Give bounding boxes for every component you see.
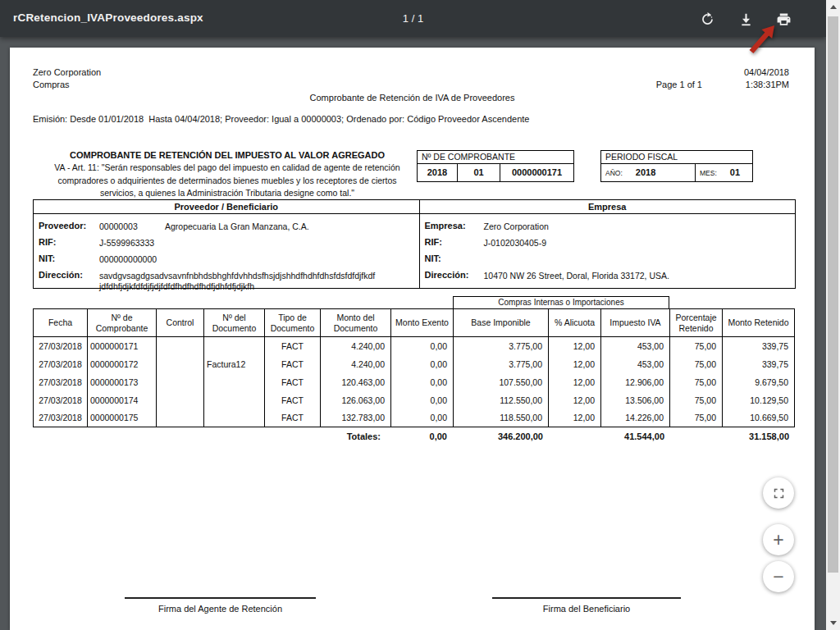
comprobante-box-title: Nº DE COMPROBANTE xyxy=(418,151,573,164)
rotate-icon xyxy=(700,11,715,27)
table-cell xyxy=(204,409,265,427)
proveedor-nit-label: NIT: xyxy=(39,253,55,263)
col-header-alicuota: % Alicuota xyxy=(549,309,601,337)
pdf-viewer: { "colors": { "toolbar_bg": "#323639", "… xyxy=(0,0,840,630)
voucher-legal-text: VA - Art. 11: "Serán responsables del pa… xyxy=(47,162,408,200)
report-time: 1:38:31PM xyxy=(746,80,789,89)
table-cell: 75,00 xyxy=(670,373,723,391)
table-cell: 0,00 xyxy=(391,391,454,409)
scrollbar[interactable] xyxy=(826,0,840,630)
empresa-label: Empresa: xyxy=(425,221,466,231)
table-cell: 12,00 xyxy=(549,409,601,427)
empresa-column-title: Empresa xyxy=(420,200,796,214)
table-cell: 10.669,50 xyxy=(723,409,795,427)
zoom-out-button[interactable]: − xyxy=(763,561,794,592)
table-cell: FACT xyxy=(265,355,321,373)
proveedor-rif-value: J-5599963333 xyxy=(99,238,154,248)
comprobante-month: 01 xyxy=(457,164,500,181)
table-cell: 3.775,00 xyxy=(454,337,549,355)
table-cell xyxy=(204,373,265,391)
col-header-fecha: Fecha xyxy=(34,309,88,337)
table-body: 27/03/20180000000171FACT4.240,000,003.77… xyxy=(34,337,795,427)
voucher-legal-line2: compradores o adquirientes de determinad… xyxy=(47,175,408,188)
col-header-porcentaje-retenido: Porcentaje Retenido xyxy=(670,309,723,337)
table-cell: 339,75 xyxy=(723,337,795,355)
comprobante-number: 0000000171 xyxy=(500,164,573,181)
proveedor-direccion-value: savdgvsagdgsadvsavnfnbhdsbhghfdvhhdsfhsj… xyxy=(99,271,404,291)
report-page-of: Page 1 of 1 xyxy=(656,80,702,89)
cursor-arrow xyxy=(741,15,780,56)
table-cell xyxy=(157,391,204,409)
col-header-impuesto-iva: Impuesto IVA xyxy=(601,309,670,337)
table-cell: 12.906,00 xyxy=(601,373,670,391)
pdf-page: Zero Corporation Compras 04/04/2018 Page… xyxy=(10,48,815,630)
periodo-box-title: PERIODO FISCAL xyxy=(601,151,752,164)
scrollbar-thumb[interactable] xyxy=(828,16,838,573)
col-header-monto-retenido: Monto Retenido xyxy=(723,309,795,337)
table-cell: 75,00 xyxy=(670,391,723,409)
report-title: Comprobante de Retención de IVA de Prove… xyxy=(10,93,815,103)
proveedor-name: Agropecuaria La Gran Manzana, C.A. xyxy=(165,221,309,231)
signature-label-beneficiary: Firma del Beneficiario xyxy=(492,604,681,614)
proveedor-nit-value: 000000000000 xyxy=(99,254,157,264)
table-cell: 12,00 xyxy=(549,373,601,391)
table-cell: FACT xyxy=(265,391,321,409)
table-cell: 0000000171 xyxy=(88,337,157,355)
table-cell: 339,75 xyxy=(723,355,795,373)
table-cell: 0,00 xyxy=(391,373,454,391)
totals-row: Totales: 0,00 346.200,00 41.544,00 31.15… xyxy=(33,431,794,445)
col-header-tipo-documento: Tipo de Documento xyxy=(265,309,321,337)
empresa-rif-label: RIF: xyxy=(425,237,442,247)
rotate-button[interactable] xyxy=(698,10,716,28)
totals-base-imponible: 346.200,00 xyxy=(498,431,543,441)
table-cell: 27/03/2018 xyxy=(34,373,88,391)
periodo-fiscal-box: PERIODO FISCAL AÑO: 2018 MES: 01 xyxy=(600,150,753,182)
signature-line-agent xyxy=(125,597,316,599)
table-cell: 0,00 xyxy=(391,337,454,355)
empresa-column: Empresa Empresa: Zero Corporation RIF: J… xyxy=(419,200,796,288)
table-cell xyxy=(157,337,204,355)
emission-filters-line: Emisión: Desde 01/01/2018 Hasta 04/04/20… xyxy=(33,114,529,124)
table-cell: 132.783,00 xyxy=(321,409,391,427)
table-cell xyxy=(157,409,204,427)
table-cell: 0000000174 xyxy=(88,391,157,409)
col-header-num-comprobante: Nº de Comprobante xyxy=(88,309,157,337)
col-header-control: Control xyxy=(157,309,204,337)
table-cell: 453,00 xyxy=(601,355,670,373)
zoom-in-button[interactable]: + xyxy=(763,524,794,555)
table-cell: 0,00 xyxy=(391,355,454,373)
table-cell: 0000000172 xyxy=(88,355,157,373)
col-header-monto-exento: Monto Exento xyxy=(391,309,454,337)
periodo-year-value: 2018 xyxy=(636,164,655,181)
table-row: 27/03/20180000000174FACT126.063,000,0011… xyxy=(34,391,795,409)
table-cell: 27/03/2018 xyxy=(34,337,88,355)
compras-internas-banner: Compras Internas o Importaciones xyxy=(453,296,669,308)
voucher-legal-line3: servicios, a quienes la Administración T… xyxy=(47,187,408,200)
table-cell: 107.550,00 xyxy=(454,373,549,391)
table-cell xyxy=(157,373,204,391)
parties-section: Proveedor / Beneficiario Proveedor: 0000… xyxy=(33,199,796,289)
scrollbar-up-arrow-icon[interactable] xyxy=(826,0,840,14)
table-cell: 118.550,00 xyxy=(454,409,549,427)
periodo-month-label: MES: xyxy=(696,165,717,181)
table-cell: FACT xyxy=(265,409,321,427)
table-cell: 0000000173 xyxy=(88,373,157,391)
table-cell: FACT xyxy=(265,373,321,391)
col-header-num-documento: Nº del Documento xyxy=(204,309,265,337)
voucher-title: COMPROBANTE DE RETENCIÓN DEL IMPUESTO AL… xyxy=(47,150,408,160)
totals-label: Totales: xyxy=(347,431,381,441)
table-cell: 0,00 xyxy=(391,409,454,427)
table-row: 27/03/20180000000171FACT4.240,000,003.77… xyxy=(34,337,795,355)
table-cell: 112.550,00 xyxy=(454,391,549,409)
plus-icon: + xyxy=(773,531,783,550)
proveedor-column-title: Proveedor / Beneficiario xyxy=(34,200,419,214)
totals-monto-retenido: 31.158,00 xyxy=(749,431,789,441)
periodo-year-label: AÑO: xyxy=(601,165,623,181)
proveedor-direccion-label: Dirección: xyxy=(39,270,83,280)
scrollbar-down-arrow-icon[interactable] xyxy=(826,616,840,630)
pdf-toolbar: rCRetencion_IVAProveedores.aspx 1 / 1 xyxy=(0,0,826,37)
table-cell: 10.129,50 xyxy=(723,391,795,409)
table-cell: 0000000175 xyxy=(88,409,157,427)
fit-to-page-button[interactable] xyxy=(763,477,794,509)
minus-icon: − xyxy=(773,568,783,587)
